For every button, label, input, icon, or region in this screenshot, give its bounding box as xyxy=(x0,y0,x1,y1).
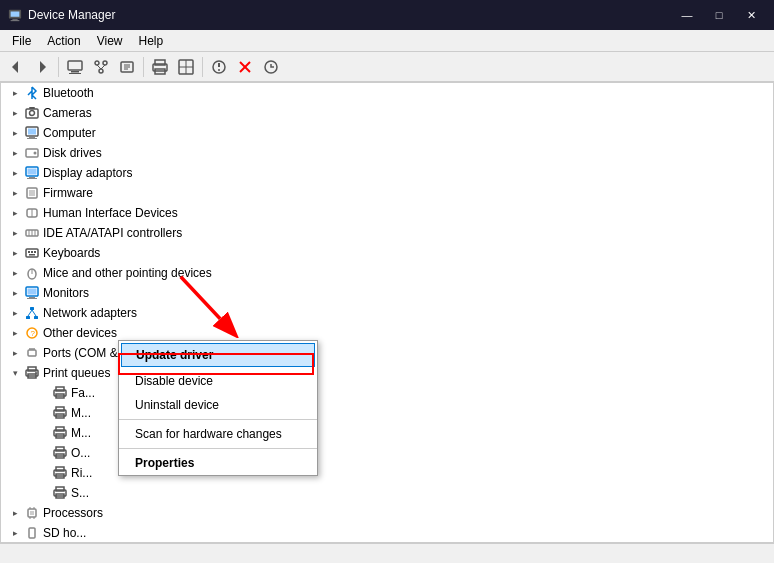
svg-rect-62 xyxy=(30,307,34,310)
label-sub2: M... xyxy=(71,406,91,420)
svg-rect-40 xyxy=(28,169,37,175)
chevron-bluetooth xyxy=(9,87,21,99)
ctx-uninstall-device[interactable]: Uninstall device xyxy=(119,393,317,417)
tree-item-firmware[interactable]: Firmware xyxy=(1,183,773,203)
label-monitors: Monitors xyxy=(43,286,89,300)
svg-line-65 xyxy=(28,310,32,316)
connections-button[interactable] xyxy=(89,55,113,79)
chevron-cameras xyxy=(9,107,21,119)
label-cameras: Cameras xyxy=(43,106,92,120)
print-sub2-icon xyxy=(52,405,68,421)
tree-item-print-sub-5[interactable]: Ri... xyxy=(1,463,773,483)
tree-item-ide[interactable]: IDE ATA/ATAPI controllers xyxy=(1,223,773,243)
menu-help[interactable]: Help xyxy=(131,32,172,50)
svg-text:?: ? xyxy=(31,329,36,338)
ctx-sep-2 xyxy=(119,448,317,449)
menu-bar: File Action View Help xyxy=(0,30,774,52)
ctx-scan-changes[interactable]: Scan for hardware changes xyxy=(119,422,317,446)
tree-item-print-sub-1[interactable]: Fa... xyxy=(1,383,773,403)
tree-item-disk-drives[interactable]: Disk drives xyxy=(1,143,773,163)
tree-item-print-sub-3[interactable]: M... xyxy=(1,423,773,443)
device-tree[interactable]: Bluetooth Cameras Computer Disk drives D… xyxy=(0,82,774,543)
label-sub5: Ri... xyxy=(71,466,92,480)
tree-item-print-sub-6[interactable]: S... xyxy=(1,483,773,503)
tree-item-keyboards[interactable]: Keyboards xyxy=(1,243,773,263)
chevron-keyboards xyxy=(9,247,21,259)
title-controls[interactable]: — □ ✕ xyxy=(672,4,766,26)
svg-rect-41 xyxy=(29,177,35,178)
ctx-properties[interactable]: Properties xyxy=(119,451,317,475)
label-sub1: Fa... xyxy=(71,386,95,400)
maximize-button[interactable]: □ xyxy=(704,4,734,26)
label-ide: IDE ATA/ATAPI controllers xyxy=(43,226,182,240)
label-print: Print queues xyxy=(43,366,110,380)
tree-item-print-sub-4[interactable]: O... xyxy=(1,443,773,463)
remove-device-button[interactable] xyxy=(233,55,257,79)
keyboard-icon xyxy=(24,245,40,261)
tree-item-hid[interactable]: Human Interface Devices xyxy=(1,203,773,223)
context-menu[interactable]: Update driver Disable device Uninstall d… xyxy=(118,340,318,476)
svg-point-9 xyxy=(95,61,99,65)
tree-item-monitors[interactable]: Monitors xyxy=(1,283,773,303)
ctx-disable-device[interactable]: Disable device xyxy=(119,369,317,393)
chevron-firmware xyxy=(9,187,21,199)
cameras-icon xyxy=(24,105,40,121)
tree-item-sd[interactable]: SD ho... xyxy=(1,523,773,543)
svg-marker-4 xyxy=(12,61,18,73)
app-icon xyxy=(8,8,22,22)
svg-rect-60 xyxy=(29,297,35,298)
print-sub4-icon xyxy=(52,445,68,461)
svg-marker-5 xyxy=(40,61,46,73)
svg-rect-69 xyxy=(28,350,36,356)
tree-item-cameras[interactable]: Cameras xyxy=(1,103,773,123)
status-bar xyxy=(0,543,774,563)
menu-action[interactable]: Action xyxy=(39,32,88,50)
label-network: Network adapters xyxy=(43,306,137,320)
tree-item-mice[interactable]: Mice and other pointing devices xyxy=(1,263,773,283)
ctx-update-driver[interactable]: Update driver xyxy=(121,343,315,367)
svg-rect-61 xyxy=(27,298,37,299)
tree-item-network[interactable]: Network adapters xyxy=(1,303,773,323)
tree-item-display[interactable]: Display adaptors xyxy=(1,163,773,183)
svg-rect-7 xyxy=(71,71,79,73)
svg-rect-8 xyxy=(69,73,81,74)
chevron-other xyxy=(9,327,21,339)
tree-item-print-sub-2[interactable]: M... xyxy=(1,403,773,423)
print-button[interactable] xyxy=(148,55,172,79)
svg-rect-32 xyxy=(29,107,35,109)
app-title: Device Manager xyxy=(28,8,115,22)
title-left: Device Manager xyxy=(8,8,115,22)
update-driver-toolbar-button[interactable] xyxy=(207,55,231,79)
tree-item-computer[interactable]: Computer xyxy=(1,123,773,143)
menu-view[interactable]: View xyxy=(89,32,131,50)
chevron-display xyxy=(9,167,21,179)
tree-item-print-queues[interactable]: Print queues xyxy=(1,363,773,383)
minimize-button[interactable]: — xyxy=(672,4,702,26)
svg-line-13 xyxy=(101,65,105,69)
tree-item-processors[interactable]: Processors xyxy=(1,503,773,523)
label-computer: Computer xyxy=(43,126,96,140)
tree-item-other[interactable]: ? Other devices xyxy=(1,323,773,343)
svg-rect-6 xyxy=(68,61,82,70)
network-icon xyxy=(24,305,40,321)
computer-button[interactable] xyxy=(63,55,87,79)
chevron-mice xyxy=(9,267,21,279)
svg-rect-35 xyxy=(29,137,35,138)
title-bar: Device Manager — □ ✕ xyxy=(0,0,774,30)
toolbar xyxy=(0,52,774,82)
resources-button[interactable] xyxy=(115,55,139,79)
print-icon xyxy=(24,365,40,381)
tree-item-ports[interactable]: Ports (COM & LPT) xyxy=(1,343,773,363)
menu-file[interactable]: File xyxy=(4,32,39,50)
toolbar-sep-3 xyxy=(202,57,203,77)
back-button[interactable] xyxy=(4,55,28,79)
svg-rect-52 xyxy=(28,251,30,253)
close-button[interactable]: ✕ xyxy=(736,4,766,26)
label-mice: Mice and other pointing devices xyxy=(43,266,212,280)
tree-item-bluetooth[interactable]: Bluetooth xyxy=(1,83,773,103)
scan-button[interactable] xyxy=(174,55,198,79)
label-other: Other devices xyxy=(43,326,117,340)
forward-button[interactable] xyxy=(30,55,54,79)
scan-hardware-button[interactable] xyxy=(259,55,283,79)
toolbar-sep-1 xyxy=(58,57,59,77)
